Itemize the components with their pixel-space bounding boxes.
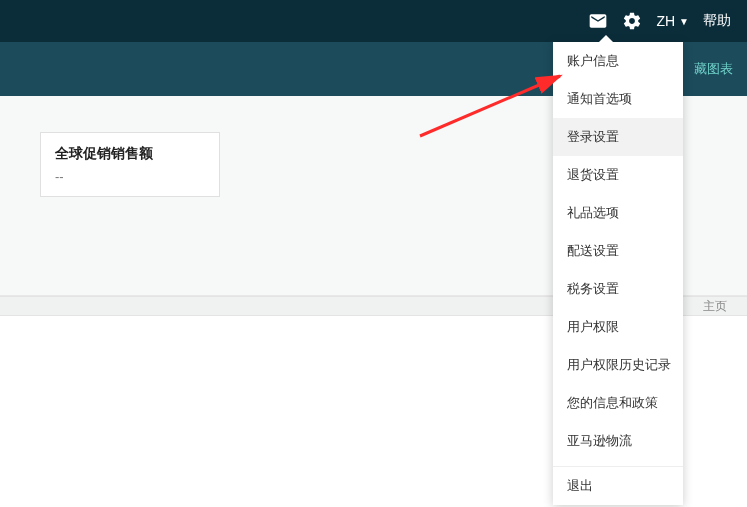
sales-card: 全球促销销售额 -- — [40, 132, 220, 197]
settings-menu-item-6[interactable]: 税务设置 — [553, 270, 683, 308]
settings-menu-item-5[interactable]: 配送设置 — [553, 232, 683, 270]
settings-menu-item-7[interactable]: 用户权限 — [553, 308, 683, 346]
settings-menu-logout[interactable]: 退出 — [553, 467, 683, 505]
card-title: 全球促销销售额 — [55, 145, 205, 163]
settings-menu-item-0[interactable]: 账户信息 — [553, 42, 683, 80]
top-bar: ZH ▼ 帮助 — [0, 0, 747, 42]
language-label: ZH — [656, 13, 675, 29]
settings-menu-item-4[interactable]: 礼品选项 — [553, 194, 683, 232]
settings-dropdown: 账户信息通知首选项登录设置退货设置礼品选项配送设置税务设置用户权限用户权限历史记… — [553, 42, 683, 505]
settings-menu-item-10[interactable]: 亚马逊物流 — [553, 422, 683, 460]
chevron-down-icon: ▼ — [679, 16, 689, 27]
card-value: -- — [55, 169, 205, 184]
help-link[interactable]: 帮助 — [703, 12, 737, 30]
settings-menu-item-2[interactable]: 登录设置 — [553, 118, 683, 156]
settings-menu-item-9[interactable]: 您的信息和政策 — [553, 384, 683, 422]
hide-chart-link[interactable]: 藏图表 — [694, 60, 733, 78]
settings-menu-item-8[interactable]: 用户权限历史记录 — [553, 346, 683, 384]
home-link[interactable]: 主页 — [703, 298, 727, 315]
settings-menu-item-3[interactable]: 退货设置 — [553, 156, 683, 194]
mail-icon[interactable] — [588, 11, 608, 31]
gear-icon[interactable] — [622, 11, 642, 31]
language-selector[interactable]: ZH ▼ — [656, 13, 689, 29]
settings-menu-item-1[interactable]: 通知首选项 — [553, 80, 683, 118]
